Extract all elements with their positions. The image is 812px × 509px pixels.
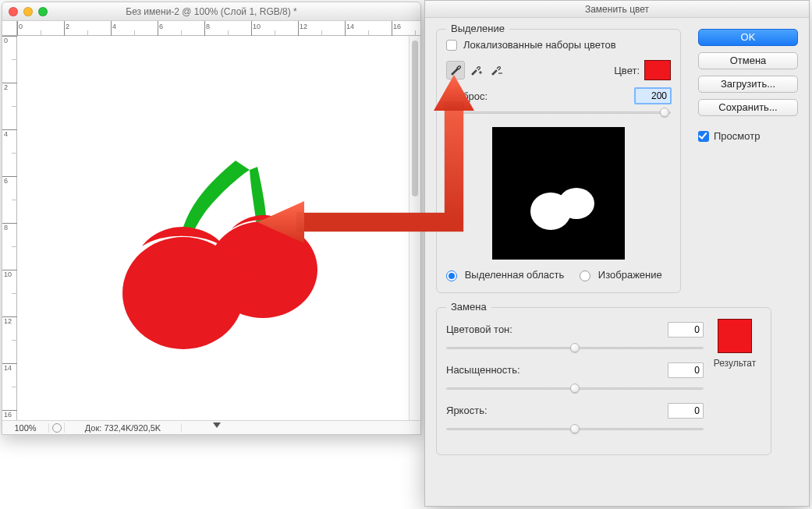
radio-selection[interactable]: Выделенная область [446, 269, 564, 281]
lightness-slider[interactable] [446, 422, 704, 436]
zoom-icon[interactable] [38, 7, 48, 16]
load-button[interactable]: Загрузить... [698, 76, 798, 93]
localized-checkbox[interactable] [446, 40, 457, 51]
canvas-artwork [17, 36, 409, 420]
result-label: Результат [710, 358, 760, 369]
canvas[interactable] [17, 36, 409, 420]
saturation-slider[interactable] [446, 381, 704, 395]
replace-color-dialog: Заменить цвет OK Отмена Загрузить... Сох… [424, 0, 810, 507]
saturation-slider-thumb[interactable] [570, 384, 580, 393]
preview-label: Просмотр [714, 130, 760, 142]
eyedropper-icon[interactable] [446, 61, 465, 80]
close-icon[interactable] [9, 7, 18, 16]
radio-selection-indicator[interactable] [446, 270, 457, 281]
lightness-input[interactable] [668, 403, 704, 419]
localized-checkbox-row[interactable]: Локализованные наборы цветов [446, 39, 671, 51]
replacement-legend: Замена [446, 301, 491, 313]
selection-fieldset: Выделение Локализованные наборы цветов [436, 29, 681, 293]
document-window: Без имени-2 @ 100% (Слой 1, RGB/8) * 024… [2, 2, 421, 435]
fuzziness-slider[interactable] [446, 105, 671, 119]
hue-input[interactable] [668, 322, 704, 338]
dialog-side-buttons: OK Отмена Загрузить... Сохранить... Прос… [698, 29, 798, 142]
ok-button[interactable]: OK [698, 29, 798, 46]
preview-checkbox-row[interactable]: Просмотр [698, 130, 798, 142]
fuzziness-input[interactable] [635, 88, 671, 104]
document-titlebar[interactable]: Без имени-2 @ 100% (Слой 1, RGB/8) * [2, 2, 420, 21]
svg-point-1 [122, 237, 244, 349]
status-bar: 100% Док: 732,4K/920,5K [2, 420, 420, 434]
fuzziness-slider-thumb[interactable] [660, 108, 669, 117]
mask-preview[interactable] [492, 127, 625, 260]
vertical-scrollbar-thumb[interactable] [412, 41, 418, 196]
svg-point-4 [558, 188, 594, 219]
eyedropper-minus-icon[interactable] [487, 61, 505, 80]
lightness-slider-thumb[interactable] [570, 424, 580, 433]
ruler-vertical[interactable]: 0246810121416 [2, 36, 17, 420]
lightness-label: Яркость: [446, 405, 532, 416]
save-button[interactable]: Сохранить... [698, 99, 798, 116]
saturation-input[interactable] [668, 362, 704, 378]
source-color-swatch[interactable] [644, 60, 671, 80]
vertical-scrollbar[interactable] [409, 36, 420, 420]
status-bar-handle-icon[interactable] [213, 422, 221, 428]
fuzziness-label: Разброс: [446, 90, 629, 102]
radio-image-label: Изображение [598, 269, 662, 281]
selection-legend: Выделение [446, 23, 509, 34]
ruler-origin[interactable] [2, 21, 17, 36]
zoom-readout[interactable]: 100% [2, 423, 49, 433]
document-title: Без имени-2 @ 100% (Слой 1, RGB/8) * [2, 6, 420, 17]
ruler-horizontal[interactable]: 0246810121416 [17, 21, 420, 36]
eyedropper-plus-icon[interactable] [466, 61, 485, 80]
status-icon[interactable] [49, 422, 65, 433]
radio-selection-label: Выделенная область [465, 269, 565, 281]
document-size: Док: 732,4K/920,5K [65, 423, 182, 433]
hue-slider-thumb[interactable] [570, 343, 580, 352]
saturation-label: Насыщенность: [446, 364, 532, 376]
radio-image-indicator[interactable] [580, 270, 590, 281]
radio-image[interactable]: Изображение [580, 269, 662, 281]
minimize-icon[interactable] [23, 7, 33, 16]
result-color-swatch[interactable] [718, 319, 752, 353]
hue-label: Цветовой тон: [446, 323, 532, 335]
window-controls [9, 7, 48, 16]
color-label: Цвет: [614, 65, 640, 76]
dialog-title[interactable]: Заменить цвет [425, 1, 809, 18]
hue-slider[interactable] [446, 341, 704, 355]
preview-checkbox[interactable] [698, 131, 709, 142]
svg-rect-2 [492, 127, 625, 260]
localized-label: Локализованные наборы цветов [463, 39, 616, 51]
replacement-fieldset: Замена Цветовой тон: Насыщенность: [436, 307, 771, 455]
cancel-button[interactable]: Отмена [698, 52, 798, 69]
